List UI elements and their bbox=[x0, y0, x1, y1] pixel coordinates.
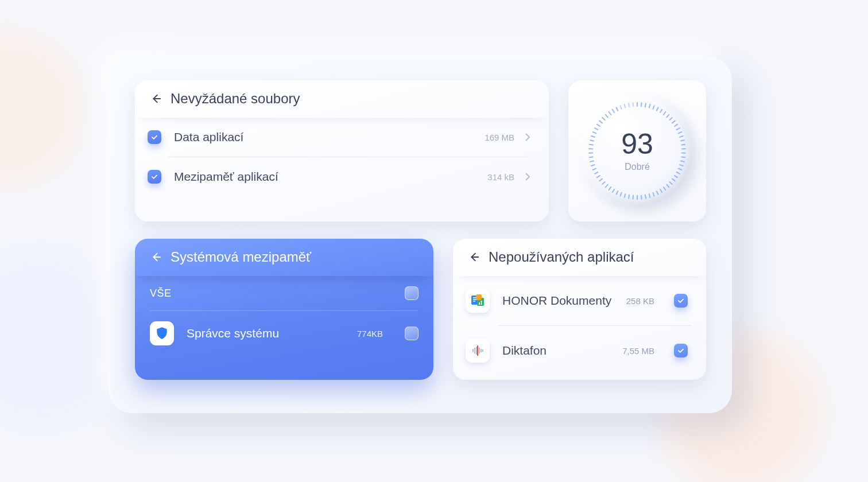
svg-line-64 bbox=[613, 110, 614, 112]
svg-line-10 bbox=[672, 121, 675, 123]
svg-line-59 bbox=[597, 125, 600, 126]
junk-files-card: Nevyžádané soubory Data aplikací 169 MB … bbox=[135, 80, 549, 221]
svg-line-62 bbox=[606, 115, 608, 118]
junk-item-label: Mezipaměť aplikací bbox=[174, 170, 278, 184]
checkbox-checked-icon[interactable] bbox=[674, 344, 688, 357]
system-cache-title: Systémová mezipaměť bbox=[170, 249, 311, 265]
svg-line-13 bbox=[679, 132, 682, 133]
chevron-right-icon bbox=[525, 172, 530, 181]
svg-line-27 bbox=[666, 185, 669, 188]
svg-line-5 bbox=[657, 107, 658, 110]
svg-line-3 bbox=[649, 104, 650, 108]
svg-line-68 bbox=[629, 103, 629, 107]
checkbox-checked-icon[interactable] bbox=[674, 294, 688, 308]
svg-line-40 bbox=[617, 191, 618, 194]
junk-item-size: 169 MB bbox=[485, 133, 514, 142]
system-cache-item-size: 774KB bbox=[357, 329, 383, 339]
svg-line-6 bbox=[660, 110, 662, 112]
svg-line-60 bbox=[599, 121, 602, 123]
svg-line-50 bbox=[590, 161, 594, 161]
svg-line-11 bbox=[675, 125, 677, 126]
svg-line-54 bbox=[590, 145, 593, 145]
svg-line-37 bbox=[629, 195, 629, 199]
svg-line-4 bbox=[653, 106, 654, 109]
back-arrow-icon[interactable] bbox=[150, 92, 162, 105]
svg-line-22 bbox=[679, 169, 682, 170]
unused-app-item[interactable]: Diktafon 7,55 MB bbox=[453, 326, 706, 375]
svg-line-7 bbox=[664, 112, 666, 115]
junk-item-label: Data aplikací bbox=[174, 130, 243, 144]
junk-item-size: 314 kB bbox=[487, 172, 514, 182]
svg-line-56 bbox=[591, 136, 595, 137]
junk-files-header: Nevyžádané soubory bbox=[135, 80, 549, 118]
svg-line-21 bbox=[680, 165, 683, 166]
system-cache-item-label: Správce systému bbox=[187, 326, 279, 340]
svg-line-63 bbox=[609, 112, 611, 115]
unused-app-label: Diktafon bbox=[502, 344, 547, 357]
unused-apps-card: Nepoužívaných aplikací HONOR Dokumenty 2… bbox=[453, 239, 706, 380]
system-cache-card: Systémová mezipaměť VŠE Správce systému … bbox=[135, 239, 433, 380]
svg-rect-73 bbox=[473, 301, 475, 302]
svg-line-38 bbox=[625, 194, 626, 197]
svg-line-42 bbox=[609, 187, 611, 190]
checkbox-unchecked-icon[interactable] bbox=[405, 326, 418, 340]
svg-line-9 bbox=[669, 118, 672, 120]
svg-line-29 bbox=[660, 189, 662, 192]
system-cache-all-row[interactable]: VŠE bbox=[135, 276, 433, 310]
svg-line-44 bbox=[602, 182, 604, 184]
svg-line-45 bbox=[599, 179, 602, 181]
score-dial: 93 Dobré bbox=[581, 95, 693, 207]
unused-app-item[interactable]: HONOR Dokumenty 258 KB bbox=[453, 276, 706, 325]
system-cache-item[interactable]: Správce systému 774KB bbox=[135, 311, 433, 356]
svg-line-65 bbox=[617, 107, 618, 110]
svg-line-66 bbox=[621, 106, 622, 109]
unused-app-size: 7,55 MB bbox=[622, 346, 654, 356]
svg-rect-75 bbox=[479, 302, 480, 305]
svg-line-8 bbox=[666, 115, 669, 118]
svg-line-57 bbox=[593, 132, 596, 133]
all-label: VŠE bbox=[150, 287, 172, 300]
recorder-icon bbox=[466, 339, 490, 363]
svg-line-26 bbox=[669, 182, 672, 184]
svg-line-69 bbox=[633, 103, 634, 106]
shield-icon bbox=[150, 321, 174, 345]
docs-icon bbox=[466, 289, 490, 313]
svg-line-1 bbox=[641, 103, 642, 106]
back-arrow-icon[interactable] bbox=[468, 251, 480, 263]
svg-line-61 bbox=[602, 118, 604, 120]
svg-line-2 bbox=[645, 103, 646, 107]
junk-item-app-cache[interactable]: Mezipaměť aplikací 314 kB bbox=[135, 157, 549, 196]
svg-line-51 bbox=[590, 157, 593, 158]
unused-apps-title: Nepoužívaných aplikací bbox=[489, 249, 634, 265]
unused-app-size: 258 KB bbox=[626, 296, 654, 306]
svg-line-49 bbox=[591, 165, 595, 166]
svg-line-25 bbox=[672, 179, 675, 181]
svg-line-32 bbox=[649, 194, 650, 197]
svg-line-41 bbox=[613, 189, 614, 192]
svg-line-55 bbox=[590, 140, 594, 141]
svg-line-31 bbox=[653, 193, 654, 196]
unused-apps-header: Nepoužívaných aplikací bbox=[453, 239, 706, 276]
svg-line-47 bbox=[595, 172, 598, 174]
junk-files-title: Nevyžádané soubory bbox=[170, 91, 300, 107]
svg-line-34 bbox=[641, 196, 642, 199]
junk-item-app-data[interactable]: Data aplikací 169 MB bbox=[135, 118, 549, 157]
back-arrow-icon[interactable] bbox=[150, 251, 162, 263]
svg-line-43 bbox=[606, 185, 608, 188]
svg-line-67 bbox=[625, 104, 626, 108]
svg-line-46 bbox=[597, 176, 600, 177]
checkbox-unchecked-icon[interactable] bbox=[405, 286, 418, 300]
svg-line-36 bbox=[633, 196, 634, 199]
svg-line-33 bbox=[645, 195, 646, 199]
svg-line-30 bbox=[657, 191, 658, 194]
svg-line-28 bbox=[664, 187, 666, 190]
checkbox-checked-icon[interactable] bbox=[148, 170, 161, 184]
svg-rect-78 bbox=[476, 294, 482, 300]
chevron-right-icon bbox=[525, 133, 530, 142]
svg-line-16 bbox=[681, 145, 685, 145]
svg-line-48 bbox=[593, 169, 596, 170]
svg-line-15 bbox=[681, 140, 684, 141]
checkbox-checked-icon[interactable] bbox=[148, 130, 161, 144]
svg-line-23 bbox=[677, 172, 680, 174]
score-card: 93 Dobré bbox=[568, 80, 706, 221]
